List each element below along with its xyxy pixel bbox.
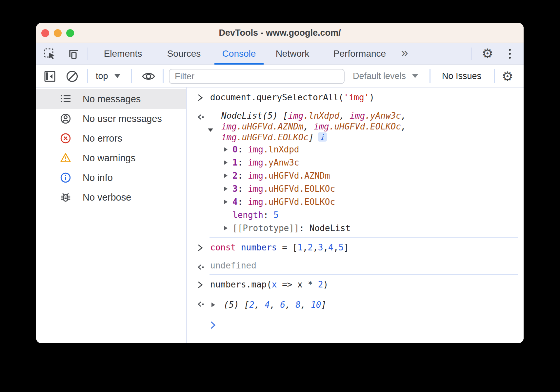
code-token: .uHGFVd.AZNDm [237,122,304,131]
nodelist-child-row[interactable]: 1: img.yAnw3c [210,156,517,169]
code-token: x [272,280,277,289]
nodelist-child-row[interactable]: length: 5 [210,208,517,222]
code-token: , [270,300,280,310]
code-token: , [301,300,311,310]
expand-triangle-icon[interactable] [223,156,228,169]
filter-input[interactable] [169,69,345,84]
context-selector[interactable]: top [96,65,121,88]
code-token: , [254,300,265,310]
sidebar-item-no-messages[interactable]: No messages [36,89,186,109]
code-token: : [238,171,248,181]
nodelist-preview[interactable]: NodeList(5) [img.lnXdpd, img.yAnw3c,img.… [210,110,517,143]
console-command: document.querySelectorAll('img') [210,88,518,107]
nodelist-child-row[interactable]: 0: img.lnXdpd [210,143,517,156]
code-token: 2 [249,300,254,310]
nodelist-child-row[interactable]: 3: img.uHGFVd.EOLKOc [210,182,517,195]
window-title: DevTools - www.google.com/ [36,23,524,43]
title-bar: DevTools - www.google.com/ [36,23,524,43]
code-token: (5) [ [224,300,249,310]
code-token: NodeList(5) [ [221,111,288,121]
sidebar-item-no-info[interactable]: No info [36,168,186,187]
return-value-icon [197,300,206,309]
code-token: 0 [232,145,238,154]
code-token: ) [369,92,374,102]
code-token: length [232,210,263,220]
expand-triangle-icon[interactable] [223,222,228,235]
expand-triangle-icon[interactable] [223,182,228,195]
error-icon [60,133,71,144]
console-command: numbers.map(x => x * 2) [210,275,518,294]
issues-status[interactable]: No Issues [442,65,481,88]
expand-triangle-icon[interactable] [223,143,228,156]
code-token: .uHGFVd.EOLKOc [263,197,335,207]
kebab-menu-icon[interactable] [508,47,511,60]
info-icon [60,172,71,183]
chevron-down-icon [412,74,418,78]
collapse-triangle-icon[interactable] [208,124,213,135]
command-chevron-icon [197,244,206,252]
expand-triangle-icon[interactable] [223,195,228,208]
settings-gear-icon[interactable]: ⚙ [481,47,494,60]
expand-triangle-icon[interactable] [223,169,228,182]
expand-triangle-icon[interactable] [211,300,216,310]
code-token: document.querySelectorAll( [210,92,344,102]
sidebar-item-no-warnings[interactable]: No warnings [36,148,186,168]
code-token: img [248,184,263,194]
code-token: => x * [277,280,318,289]
code-token: 2 [318,280,323,289]
divider [471,48,472,60]
nodelist-child-row[interactable]: 2: img.uHGFVd.AZNDm [210,169,517,182]
code-token: : [238,145,248,154]
command-chevron-icon [197,93,206,102]
code-token: , [323,243,328,252]
console-sidebar-toggle-icon[interactable] [43,69,57,83]
warning-icon [60,152,71,164]
command-chevron-icon [197,281,206,289]
console-prompt[interactable] [210,312,524,332]
sidebar-item-no-errors[interactable]: No errors [36,128,186,148]
tab-network[interactable]: Network [276,43,310,65]
console-result: undefined [210,257,518,275]
nodelist-child-row[interactable]: 4: img.uHGFVd.EOLKOc [210,195,517,208]
code-token: : [238,197,248,207]
devtools-window: DevTools - www.google.com/ ElementsSourc… [36,23,524,343]
code-token: img [248,158,263,167]
inspect-cursor-icon[interactable] [43,48,56,61]
console-result: (5) [2, 4, 6, 8, 10] [210,294,518,312]
code-token: 8 [295,300,301,310]
code-token: numbers.map( [210,280,272,289]
code-token: : [299,223,310,233]
code-token: , [401,111,406,121]
divider [163,69,164,83]
code-token: ] [309,132,314,142]
log-levels-dropdown[interactable]: Default levels [353,65,418,88]
console-command: const numbers = [1,2,3,4,5] [210,238,518,257]
code-token: , [339,111,350,121]
clear-console-icon[interactable] [65,69,79,83]
code-token: img [248,171,263,181]
divider [430,69,430,83]
tab-sources[interactable]: Sources [167,43,201,65]
eye-icon[interactable] [142,69,155,83]
console-settings-gear-icon[interactable]: ⚙ [501,69,514,83]
bug-icon [60,192,71,203]
info-badge-icon[interactable]: i [318,132,327,142]
code-token: , [401,122,406,131]
code-token: numbers [241,243,277,252]
tab-console[interactable]: Console [222,43,256,65]
code-token: , [303,243,308,252]
more-tabs-button[interactable]: » [401,43,407,65]
sidebar-item-no-user-messages[interactable]: No user messages [36,109,186,128]
sidebar-item-label: No info [83,172,113,183]
device-toolbar-icon[interactable] [67,48,80,61]
code-token: , [333,243,339,252]
tab-performance[interactable]: Performance [333,43,386,65]
sidebar-item-label: No verbose [83,192,131,203]
code-token: img [221,132,237,142]
code-token: .uHGFVd.EOLKOc [263,184,335,194]
preview-line: img.uHGFVd.AZNDm, img.uHGFVd.EOLKOc, [221,121,517,132]
sidebar-item-no-verbose[interactable]: No verbose [36,187,186,207]
tab-elements[interactable]: Elements [104,43,142,65]
nodelist-child-row[interactable]: [[Prototype]]: NodeList [210,222,517,235]
code-token: 2 [232,171,238,181]
